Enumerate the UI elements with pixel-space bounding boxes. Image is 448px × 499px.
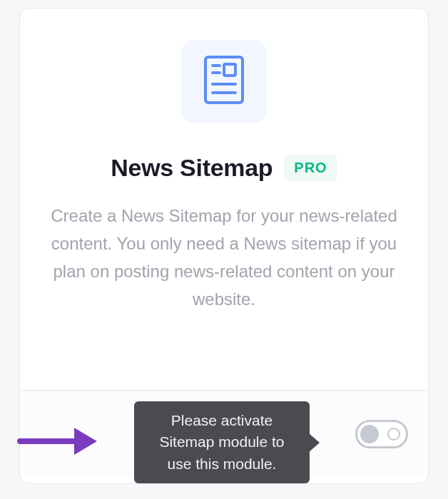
module-card: News Sitemap PRO Create a News Sitemap f… bbox=[19, 8, 429, 484]
module-icon-tile bbox=[181, 40, 267, 123]
tooltip: Please activate Sitemap module to use th… bbox=[134, 401, 310, 483]
module-title: News Sitemap bbox=[111, 154, 273, 182]
toggle-ring-icon bbox=[387, 428, 400, 441]
module-card-footer: Please activate Sitemap module to use th… bbox=[20, 390, 428, 477]
newspaper-icon bbox=[204, 56, 244, 107]
svg-marker-7 bbox=[74, 428, 97, 455]
svg-rect-1 bbox=[224, 64, 235, 76]
annotation-arrow-icon bbox=[13, 422, 98, 463]
tooltip-text: Please activate Sitemap module to use th… bbox=[147, 410, 297, 475]
module-card-body: News Sitemap PRO Create a News Sitemap f… bbox=[20, 9, 428, 390]
pro-badge: PRO bbox=[284, 154, 337, 182]
toggle-knob-icon bbox=[360, 425, 379, 443]
module-enable-toggle[interactable] bbox=[355, 420, 408, 448]
module-title-row: News Sitemap PRO bbox=[111, 154, 337, 182]
module-description: Create a News Sitemap for your news-rela… bbox=[46, 202, 402, 313]
